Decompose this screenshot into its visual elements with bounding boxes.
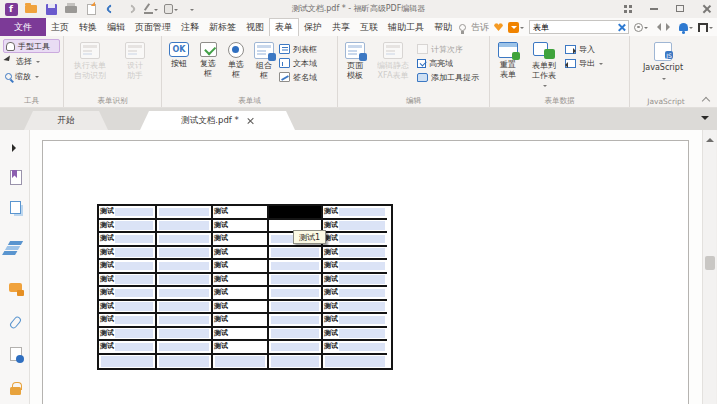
page-template-button[interactable]: 页面模板 bbox=[341, 39, 369, 95]
tab-newtag[interactable]: 新标签 bbox=[204, 18, 241, 36]
zoom-tool-button[interactable]: 缩放 bbox=[3, 69, 60, 83]
form-field[interactable] bbox=[115, 221, 153, 230]
form-field[interactable] bbox=[229, 275, 265, 284]
form-field[interactable] bbox=[159, 343, 209, 352]
scrollbar-thumb[interactable] bbox=[705, 256, 715, 270]
tab-view[interactable]: 视图 bbox=[241, 18, 269, 36]
form-field[interactable] bbox=[339, 316, 385, 325]
tab-file[interactable]: 文件 bbox=[0, 18, 46, 36]
checkbox-field-button[interactable]: 复选框 bbox=[195, 39, 221, 95]
form-field[interactable] bbox=[115, 208, 153, 217]
form-field[interactable] bbox=[339, 208, 385, 217]
layers-panel-button[interactable] bbox=[6, 238, 25, 257]
workspace-button[interactable] bbox=[698, 23, 713, 32]
form-field[interactable] bbox=[101, 356, 153, 367]
tab-share[interactable]: 共享 bbox=[327, 18, 355, 36]
form-field[interactable] bbox=[159, 356, 209, 367]
form-field[interactable] bbox=[271, 329, 319, 338]
form-field[interactable] bbox=[159, 275, 209, 284]
form-field[interactable] bbox=[271, 275, 319, 284]
form-field[interactable] bbox=[115, 248, 153, 257]
clear-search-icon[interactable] bbox=[617, 23, 625, 31]
form-field[interactable] bbox=[159, 208, 209, 217]
close-tab-icon[interactable] bbox=[247, 117, 254, 124]
security-panel-button[interactable] bbox=[6, 378, 25, 397]
form-field[interactable] bbox=[115, 329, 153, 338]
form-field[interactable] bbox=[115, 235, 153, 244]
scroll-up-icon[interactable] bbox=[706, 134, 714, 142]
form-field[interactable] bbox=[159, 316, 209, 325]
tab-protect[interactable]: 保护 bbox=[299, 18, 327, 36]
hand-tool-button[interactable]: 手型工具 bbox=[3, 39, 60, 53]
highlight-fields-checkbox[interactable]: 高亮域 bbox=[417, 57, 479, 69]
form-field[interactable] bbox=[115, 343, 153, 352]
form-field[interactable] bbox=[325, 356, 385, 367]
tab-home[interactable]: 主页 bbox=[46, 18, 74, 36]
doc-tab-start[interactable]: 开始 bbox=[24, 111, 108, 130]
tab-help[interactable]: 帮助 bbox=[429, 18, 457, 36]
form-field[interactable] bbox=[229, 329, 265, 338]
import-data-button[interactable]: 导入 bbox=[565, 43, 603, 55]
form-field[interactable] bbox=[339, 262, 385, 271]
tab-convert[interactable]: 转换 bbox=[74, 18, 102, 36]
form-field[interactable] bbox=[271, 248, 319, 257]
form-to-sheet-button[interactable]: 表单到工作表 bbox=[525, 39, 563, 95]
heart-icon[interactable] bbox=[494, 23, 503, 31]
stamp-button[interactable] bbox=[164, 3, 178, 16]
tell-me-label[interactable]: 告诉 bbox=[471, 21, 489, 34]
form-field[interactable] bbox=[229, 289, 265, 298]
handwrite-sign-button[interactable] bbox=[144, 3, 158, 16]
bookmarks-panel-button[interactable] bbox=[6, 168, 25, 187]
tab-organize[interactable]: 页面管理 bbox=[130, 18, 176, 36]
form-field[interactable] bbox=[339, 289, 385, 298]
tab-list-dropdown-icon[interactable] bbox=[701, 116, 709, 124]
form-field[interactable] bbox=[339, 329, 385, 338]
find-previous-button[interactable] bbox=[653, 23, 661, 31]
form-field[interactable] bbox=[159, 221, 209, 230]
expand-panel-button[interactable] bbox=[6, 138, 25, 157]
form-field[interactable] bbox=[229, 208, 265, 217]
javascript-button[interactable]: JS JavaScript bbox=[633, 39, 693, 95]
attachments-panel-button[interactable] bbox=[6, 313, 25, 332]
form-field[interactable] bbox=[159, 248, 209, 257]
selected-form-field[interactable] bbox=[269, 206, 323, 220]
assistant-button[interactable] bbox=[508, 22, 524, 33]
tab-edit[interactable]: 编辑 bbox=[102, 18, 130, 36]
form-field[interactable] bbox=[271, 356, 319, 367]
page-thumbnails-panel-button[interactable] bbox=[6, 198, 25, 217]
export-data-button[interactable]: 导出 bbox=[565, 57, 603, 69]
form-field[interactable] bbox=[115, 275, 153, 284]
form-field[interactable] bbox=[271, 221, 319, 230]
find-options-button[interactable] bbox=[634, 23, 648, 32]
layout-switch-button[interactable] bbox=[621, 2, 635, 15]
customize-toolbar-button[interactable] bbox=[184, 3, 198, 16]
form-field[interactable] bbox=[339, 235, 385, 244]
form-field[interactable] bbox=[159, 329, 209, 338]
list-box-field-button[interactable]: 列表框 bbox=[279, 43, 317, 55]
doc-tab-document[interactable]: 测试文档.pdf * bbox=[140, 111, 295, 130]
form-field[interactable] bbox=[271, 289, 319, 298]
form-field[interactable] bbox=[229, 262, 265, 271]
search-input[interactable] bbox=[533, 23, 614, 32]
notifications-button[interactable] bbox=[679, 23, 693, 31]
comments-panel-button[interactable] bbox=[6, 278, 25, 297]
form-field[interactable] bbox=[271, 316, 319, 325]
form-field[interactable] bbox=[115, 289, 153, 298]
form-field[interactable] bbox=[229, 343, 265, 352]
form-field[interactable] bbox=[115, 262, 153, 271]
form-field[interactable] bbox=[271, 262, 319, 271]
form-field[interactable] bbox=[159, 302, 209, 311]
form-field[interactable] bbox=[229, 316, 265, 325]
form-field[interactable] bbox=[229, 235, 265, 244]
radio-field-button[interactable]: 单选框 bbox=[223, 39, 249, 95]
combo-field-button[interactable]: 组合框 bbox=[251, 39, 277, 95]
form-field[interactable] bbox=[229, 248, 265, 257]
form-field[interactable] bbox=[271, 302, 319, 311]
add-tooltip-button[interactable]: 添加工具提示 bbox=[417, 71, 479, 83]
minimize-button[interactable] bbox=[647, 2, 661, 15]
signature-field-button[interactable]: 签名域 bbox=[279, 71, 317, 83]
form-field[interactable] bbox=[339, 275, 385, 284]
tab-accessibility[interactable]: 辅助工具 bbox=[383, 18, 429, 36]
form-field[interactable] bbox=[215, 356, 265, 367]
save-button[interactable] bbox=[44, 3, 58, 16]
